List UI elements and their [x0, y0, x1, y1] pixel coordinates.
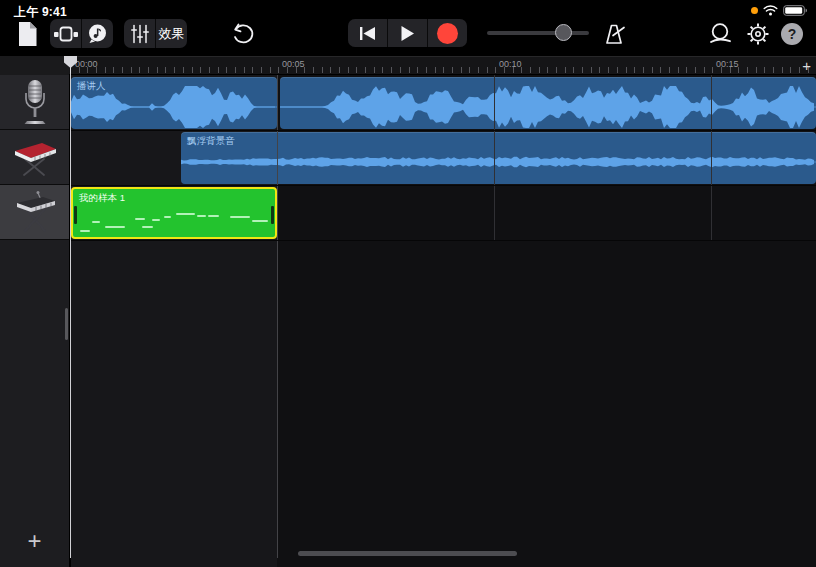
- settings-button[interactable]: [742, 19, 774, 48]
- audio-region[interactable]: 播讲人: [71, 77, 277, 129]
- ruler-corner: [0, 56, 69, 76]
- rewind-icon: [359, 26, 376, 41]
- tracks-area: 播讲人飘浮背景音我的样本 1: [0, 0, 816, 567]
- play-icon: [400, 25, 415, 42]
- midi-note: [164, 216, 171, 218]
- mixer-icon: [131, 24, 149, 44]
- mic-in-use-indicator: [751, 7, 758, 14]
- grid-line: [711, 56, 712, 240]
- midi-note: [230, 216, 250, 218]
- add-section-button[interactable]: +: [802, 57, 811, 75]
- midi-note: [152, 219, 160, 221]
- midi-region[interactable]: 我的样本 1: [71, 187, 277, 239]
- midi-note: [176, 213, 195, 215]
- trim-handle-right[interactable]: [271, 206, 274, 224]
- tracks-view-icon: [53, 25, 79, 43]
- track-header-audio-recorder[interactable]: [0, 75, 69, 130]
- mixer-fx-segmented-control: 效果: [124, 19, 187, 48]
- midi-note: [208, 215, 219, 217]
- keyboard-red-icon: [11, 136, 59, 178]
- midi-note: [92, 221, 100, 223]
- undo-icon: [229, 22, 255, 46]
- grid-line: [494, 56, 495, 240]
- row-divider: [70, 185, 816, 186]
- add-track-button[interactable]: +: [0, 527, 69, 555]
- volume-slider-thumb[interactable]: [555, 24, 572, 41]
- settings-gear-icon: [746, 22, 770, 46]
- document-icon: [17, 21, 38, 47]
- keyboard-gray-icon: [11, 189, 59, 235]
- ruler-time-label: 00:05: [282, 59, 305, 69]
- ruler-time-label: 00:00: [75, 59, 98, 69]
- garageband-tracks-view: 上午 9:41: [0, 0, 816, 567]
- battery-icon: [783, 5, 808, 16]
- record-button[interactable]: [428, 19, 467, 47]
- instrument-view-button[interactable]: [50, 19, 81, 48]
- master-volume-slider[interactable]: [487, 19, 589, 47]
- transport-controls: [348, 19, 467, 47]
- loop-browser-icon: [708, 22, 733, 45]
- volume-slider-track[interactable]: [487, 31, 589, 35]
- audio-region[interactable]: [280, 77, 816, 129]
- metronome-button[interactable]: [600, 19, 630, 48]
- ruler-time-label: 00:15: [716, 59, 739, 69]
- loop-browser-button[interactable]: [704, 19, 736, 48]
- effects-button[interactable]: 效果: [155, 19, 187, 48]
- track-controls-button[interactable]: [124, 19, 155, 48]
- microphone-icon: [19, 79, 51, 125]
- midi-note: [135, 218, 145, 220]
- trim-handle-left[interactable]: [74, 206, 77, 224]
- vertical-scrollbar[interactable]: [65, 308, 68, 340]
- sound-browser-button[interactable]: [81, 19, 113, 48]
- region-label: 飘浮背景音: [187, 135, 235, 148]
- row-divider: [70, 130, 816, 131]
- instrument-browser-icon: [87, 24, 108, 44]
- midi-note: [197, 215, 206, 217]
- track-header-keyboard[interactable]: [0, 130, 69, 185]
- playhead[interactable]: [70, 56, 72, 558]
- midi-note: [142, 226, 153, 228]
- region-label: 播讲人: [77, 80, 106, 93]
- row-divider: [70, 240, 816, 241]
- region-label: 我的样本 1: [79, 192, 125, 205]
- midi-note: [105, 226, 125, 228]
- track-header-sampler[interactable]: [0, 185, 69, 240]
- rewind-button[interactable]: [348, 19, 387, 47]
- record-icon: [437, 23, 458, 44]
- ruler-time-label: 00:10: [499, 59, 522, 69]
- undo-button[interactable]: [226, 19, 258, 48]
- midi-note: [252, 220, 268, 222]
- play-button[interactable]: [388, 19, 427, 47]
- track-header-column: +: [0, 75, 71, 567]
- horizontal-scrollbar[interactable]: [298, 551, 517, 556]
- ruler-ticks: [70, 67, 816, 73]
- my-songs-button[interactable]: [12, 19, 42, 48]
- effects-button-label: 效果: [159, 25, 185, 43]
- status-icons: [751, 4, 808, 16]
- waveform: [280, 77, 816, 129]
- wifi-icon: [763, 5, 778, 16]
- metronome-icon: [603, 23, 627, 45]
- timeline-ruler[interactable]: 00:0000:0500:1000:15 +: [0, 56, 816, 75]
- grid-line: [277, 56, 278, 558]
- toolbar: 上午 9:41: [0, 0, 816, 56]
- help-button[interactable]: ?: [779, 19, 805, 48]
- help-icon: ?: [781, 23, 803, 45]
- midi-note: [80, 230, 90, 232]
- view-segmented-control: [50, 19, 113, 48]
